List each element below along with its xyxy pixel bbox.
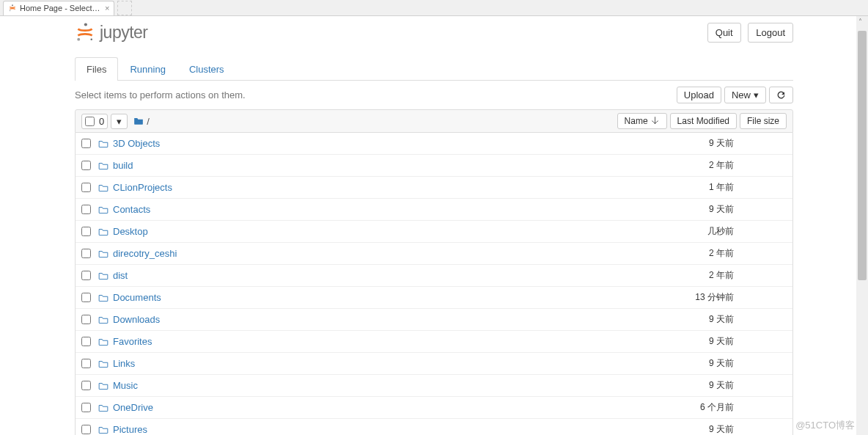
jupyter-logo[interactable]: jupyter — [75, 22, 148, 43]
scroll-up-icon[interactable]: ˄ — [858, 18, 862, 26]
row-checkbox[interactable] — [81, 293, 91, 302]
row-checkbox[interactable] — [81, 381, 91, 390]
jupyter-logo-icon — [75, 22, 95, 43]
list-header: 0 ▾ / Name 🡣 Last Modified File size — [75, 109, 793, 133]
item-name[interactable]: Documents — [113, 292, 161, 303]
item-name[interactable]: Contacts — [113, 204, 150, 215]
name-column-label: Name — [625, 116, 648, 126]
item-modified: 9 天前 — [655, 335, 743, 348]
list-item: Desktop几秒前 — [76, 221, 792, 243]
row-checkbox[interactable] — [81, 227, 91, 236]
row-checkbox[interactable] — [81, 139, 91, 148]
item-modified: 1 年前 — [655, 181, 743, 194]
selection-hint: Select items to perform actions on them. — [75, 89, 246, 100]
item-modified: 2 年前 — [655, 247, 743, 260]
item-name[interactable]: Desktop — [113, 226, 148, 237]
item-name[interactable]: build — [113, 160, 133, 171]
quit-button[interactable]: Quit — [707, 23, 741, 43]
refresh-button[interactable] — [769, 87, 793, 103]
item-name[interactable]: Favorites — [113, 336, 152, 347]
scrollbar[interactable]: ˄ — [856, 16, 868, 435]
new-tab-button[interactable] — [117, 1, 132, 15]
sort-size-button[interactable]: File size — [740, 113, 787, 129]
tab-files[interactable]: Files — [75, 57, 118, 81]
row-checkbox[interactable] — [81, 271, 91, 280]
item-modified: 9 天前 — [655, 357, 743, 370]
list-item: Documents13 分钟前 — [76, 287, 792, 309]
tab-clusters[interactable]: Clusters — [177, 57, 236, 81]
select-all-checkbox[interactable] — [85, 117, 95, 126]
tab-running[interactable]: Running — [118, 57, 177, 81]
upload-button[interactable]: Upload — [677, 87, 721, 103]
folder-icon — [133, 117, 144, 125]
arrow-down-icon: 🡣 — [651, 116, 660, 126]
list-item: dist2 年前 — [76, 265, 792, 287]
row-checkbox[interactable] — [81, 359, 91, 368]
browser-tab-bar: Home Page - Select or c... × — [0, 0, 868, 16]
item-name[interactable]: CLionProjects — [113, 182, 172, 193]
select-all-group[interactable]: 0 — [81, 114, 108, 129]
folder-icon — [98, 337, 108, 346]
list-item: Contacts9 天前 — [76, 199, 792, 221]
item-modified: 9 天前 — [655, 137, 743, 150]
browser-tab[interactable]: Home Page - Select or c... × — [3, 1, 114, 15]
item-name[interactable]: dist — [113, 270, 128, 281]
sort-name-button[interactable]: Name 🡣 — [617, 113, 667, 129]
selected-count: 0 — [99, 116, 104, 127]
select-menu-toggle[interactable]: ▾ — [111, 114, 128, 129]
folder-icon — [98, 403, 108, 412]
row-checkbox[interactable] — [81, 403, 91, 412]
list-item: Links9 天前 — [76, 353, 792, 375]
row-checkbox[interactable] — [81, 161, 91, 170]
item-name[interactable]: 3D Objects — [113, 138, 160, 149]
row-checkbox[interactable] — [81, 183, 91, 192]
scrollbar-thumb[interactable] — [858, 31, 867, 280]
item-name[interactable]: direcotry_ceshi — [113, 248, 177, 259]
item-name[interactable]: Downloads — [113, 314, 160, 325]
folder-icon — [98, 183, 108, 192]
browser-tab-title: Home Page - Select or c... — [20, 4, 100, 12]
list-item: 3D Objects9 天前 — [76, 133, 792, 155]
item-name[interactable]: Music — [113, 380, 138, 391]
row-checkbox[interactable] — [81, 337, 91, 346]
tab-close-icon[interactable]: × — [105, 4, 109, 12]
item-modified: 2 年前 — [655, 159, 743, 172]
row-checkbox[interactable] — [81, 315, 91, 324]
folder-icon — [98, 249, 108, 258]
row-checkbox[interactable] — [81, 425, 91, 434]
svg-point-4 — [91, 38, 92, 40]
logout-button[interactable]: Logout — [748, 23, 793, 43]
folder-icon — [98, 227, 108, 236]
folder-icon — [98, 425, 108, 434]
new-button[interactable]: New ▾ — [724, 87, 766, 103]
folder-icon — [98, 359, 108, 368]
row-checkbox[interactable] — [81, 205, 91, 214]
svg-point-3 — [77, 38, 80, 41]
folder-icon — [98, 315, 108, 324]
caret-down-icon: ▾ — [754, 89, 759, 100]
file-list: 3D Objects9 天前build2 年前CLionProjects1 年前… — [75, 133, 793, 435]
list-item: build2 年前 — [76, 155, 792, 177]
item-name[interactable]: OneDrive — [113, 402, 153, 413]
item-name[interactable]: Links — [113, 358, 135, 369]
svg-point-2 — [84, 23, 87, 26]
breadcrumb-root: / — [147, 116, 150, 127]
folder-icon — [98, 381, 108, 390]
list-item: OneDrive6 个月前 — [76, 397, 792, 419]
item-name[interactable]: Pictures — [113, 424, 147, 435]
list-item: direcotry_ceshi2 年前 — [76, 243, 792, 265]
item-modified: 2 年前 — [655, 269, 743, 282]
item-modified: 几秒前 — [655, 225, 743, 238]
row-checkbox[interactable] — [81, 249, 91, 258]
caret-down-icon: ▾ — [117, 116, 122, 127]
folder-icon — [98, 293, 108, 302]
folder-icon — [98, 205, 108, 214]
folder-icon — [98, 139, 108, 148]
new-button-label: New — [732, 89, 751, 100]
svg-point-0 — [12, 4, 13, 6]
breadcrumb[interactable]: / — [133, 116, 150, 127]
list-item: Favorites9 天前 — [76, 331, 792, 353]
sort-modified-button[interactable]: Last Modified — [670, 113, 737, 129]
watermark: @51CTO博客 — [795, 419, 855, 432]
item-modified: 9 天前 — [655, 423, 743, 435]
